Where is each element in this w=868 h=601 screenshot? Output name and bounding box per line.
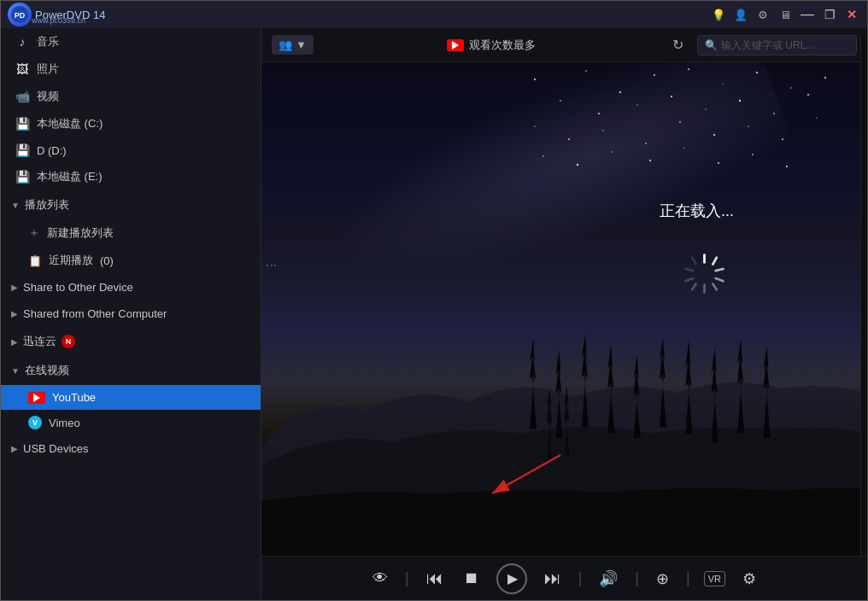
prev-button[interactable]: ⏮ bbox=[423, 565, 447, 592]
sidebar-item-disk-d[interactable]: 💾 D (D:) bbox=[1, 137, 261, 163]
youtube-icon bbox=[28, 392, 45, 404]
group-icon: 👥 bbox=[279, 38, 292, 51]
sidebar-item-videos[interactable]: 📹 视频 bbox=[1, 83, 261, 110]
disk-e-label: 本地磁盘 (E:) bbox=[37, 169, 247, 184]
right-edge bbox=[860, 35, 867, 556]
online-video-section-header[interactable]: ▼ 在线视频 bbox=[1, 356, 261, 385]
stop-button[interactable]: ⏹ bbox=[460, 566, 483, 591]
view-mode-button[interactable]: 👁 bbox=[369, 566, 391, 591]
group-button[interactable]: 👥 ▼ bbox=[272, 35, 314, 55]
loading-spinner bbox=[681, 250, 728, 297]
share-to-other-arrow: ▶ bbox=[11, 283, 18, 292]
user-icon[interactable]: 👤 bbox=[732, 6, 749, 23]
xunlei-yun-arrow: ▶ bbox=[11, 337, 18, 347]
online-video-expand-arrow: ▼ bbox=[11, 366, 20, 376]
sidebar-item-music[interactable]: ♪ 音乐 bbox=[1, 28, 261, 55]
playbar-separator-1: | bbox=[405, 569, 409, 587]
playbar-separator-4: | bbox=[686, 569, 690, 587]
xunlei-yun-header[interactable]: ▶ 迅连云 N bbox=[1, 327, 261, 356]
zoom-button[interactable]: ⊕ bbox=[653, 566, 672, 592]
photos-icon: 🖼 bbox=[15, 62, 30, 76]
search-input[interactable] bbox=[721, 39, 849, 51]
app-subtitle: www.pc0359.cn bbox=[32, 16, 85, 25]
sidebar: ♪ 音乐 🖼 照片 📹 视频 💾 本地磁盘 (C:) 💾 D (D:) 💾 bbox=[1, 28, 261, 600]
search-bar[interactable]: 🔍 bbox=[697, 35, 857, 55]
shared-from-other-arrow: ▶ bbox=[11, 309, 18, 318]
music-label: 音乐 bbox=[37, 34, 247, 50]
xunlei-n-badge: N bbox=[62, 335, 75, 348]
playlist-label: 播放列表 bbox=[25, 197, 69, 213]
sidebar-item-new-playlist[interactable]: ＋ 新建播放列表 bbox=[1, 219, 261, 247]
youtube-label: YouTube bbox=[52, 391, 96, 404]
playlist-expand-arrow: ▼ bbox=[11, 201, 20, 210]
loading-text: 正在载入... bbox=[660, 201, 734, 221]
disk-c-icon: 💾 bbox=[15, 117, 30, 131]
recent-play-count: (0) bbox=[100, 254, 114, 267]
bulb-icon[interactable]: 💡 bbox=[710, 6, 727, 23]
videos-label: 视频 bbox=[37, 89, 247, 104]
minimize-button[interactable]: — bbox=[799, 6, 816, 23]
main-topbar: 👥 ▼ 观看次数最多 ↻ 🔍 bbox=[261, 28, 867, 62]
svg-line-42 bbox=[692, 283, 695, 289]
main-content: 👥 ▼ 观看次数最多 ↻ 🔍 bbox=[261, 28, 867, 600]
share-to-other-label: Share to Other Device bbox=[23, 281, 133, 294]
three-dots-menu[interactable]: ⋮ bbox=[265, 260, 279, 274]
trees-svg bbox=[261, 284, 867, 556]
photos-label: 照片 bbox=[37, 61, 247, 77]
svg-line-43 bbox=[685, 278, 693, 281]
online-video-label: 在线视频 bbox=[25, 363, 69, 378]
svg-line-37 bbox=[713, 257, 716, 264]
disk-e-icon: 💾 bbox=[15, 170, 30, 184]
volume-button[interactable]: 🔊 bbox=[595, 566, 621, 592]
sidebar-item-recent-play[interactable]: 📋 近期播放 (0) bbox=[1, 247, 261, 274]
disk-c-label: 本地磁盘 (C:) bbox=[37, 116, 247, 131]
recent-play-label: 近期播放 bbox=[49, 253, 93, 268]
new-playlist-label: 新建播放列表 bbox=[47, 225, 114, 241]
svg-line-38 bbox=[716, 269, 724, 271]
topbar-youtube-section: 观看次数最多 bbox=[324, 38, 659, 53]
recent-play-icon: 📋 bbox=[28, 254, 42, 267]
playbar-separator-2: | bbox=[578, 569, 583, 587]
usb-devices-label: USB Devices bbox=[23, 442, 89, 455]
main-window: PD PowerDVD 14 www.pc0359.cn 💡 👤 ⚙ 🖥 — ❐… bbox=[0, 0, 868, 601]
titlebar: PD PowerDVD 14 www.pc0359.cn 💡 👤 ⚙ 🖥 — ❐… bbox=[1, 1, 867, 28]
topbar-youtube-label: 观看次数最多 bbox=[469, 38, 536, 53]
vimeo-icon: V bbox=[28, 416, 42, 429]
sidebar-item-vimeo[interactable]: V Vimeo bbox=[1, 410, 261, 435]
usb-devices-header[interactable]: ▶ USB Devices bbox=[1, 435, 261, 462]
content-area: ♪ 音乐 🖼 照片 📹 视频 💾 本地磁盘 (C:) 💾 D (D:) 💾 bbox=[1, 28, 867, 600]
disk-d-label: D (D:) bbox=[37, 144, 247, 157]
search-icon: 🔍 bbox=[705, 39, 718, 51]
monitor-icon[interactable]: 🖥 bbox=[777, 6, 794, 23]
window-controls: 💡 👤 ⚙ 🖥 — ❐ ✕ bbox=[710, 6, 860, 23]
shared-from-other-label: Shared from Other Computer bbox=[23, 307, 167, 320]
playbar-settings-button[interactable]: ⚙ bbox=[739, 566, 760, 592]
video-area: ⋮ 正在载入... bbox=[261, 62, 867, 556]
topbar-youtube-icon bbox=[447, 39, 464, 51]
play-icon: ▶ bbox=[506, 570, 518, 586]
share-to-other-header[interactable]: ▶ Share to Other Device bbox=[1, 274, 261, 300]
maximize-button[interactable]: ❐ bbox=[821, 6, 838, 23]
svg-line-39 bbox=[716, 278, 724, 281]
svg-line-40 bbox=[713, 283, 716, 289]
vr-button[interactable]: VR bbox=[704, 571, 725, 586]
svg-line-45 bbox=[692, 257, 695, 264]
refresh-button[interactable]: ↻ bbox=[669, 33, 687, 56]
music-icon: ♪ bbox=[15, 35, 30, 49]
svg-text:PD: PD bbox=[15, 11, 26, 20]
sidebar-item-photos[interactable]: 🖼 照片 bbox=[1, 55, 261, 83]
disk-d-icon: 💾 bbox=[15, 143, 30, 157]
play-button[interactable]: ▶ bbox=[496, 563, 527, 594]
playbar-separator-3: | bbox=[635, 569, 639, 587]
sidebar-item-disk-c[interactable]: 💾 本地磁盘 (C:) bbox=[1, 110, 261, 137]
new-playlist-icon: ＋ bbox=[28, 225, 40, 241]
playlist-section-header[interactable]: ▼ 播放列表 bbox=[1, 190, 261, 219]
next-button[interactable]: ⏭ bbox=[541, 565, 565, 592]
xunlei-yun-label: 迅连云 bbox=[23, 334, 56, 349]
shared-from-other-header[interactable]: ▶ Shared from Other Computer bbox=[1, 300, 261, 327]
settings-icon[interactable]: ⚙ bbox=[754, 6, 771, 23]
sidebar-item-youtube[interactable]: YouTube bbox=[1, 385, 261, 410]
sidebar-item-disk-e[interactable]: 💾 本地磁盘 (E:) bbox=[1, 163, 261, 190]
playbar: 👁 | ⏮ ⏹ ▶ ⏭ | 🔊 | ⊕ | VR ⚙ bbox=[261, 556, 867, 600]
close-button[interactable]: ✕ bbox=[843, 6, 860, 23]
